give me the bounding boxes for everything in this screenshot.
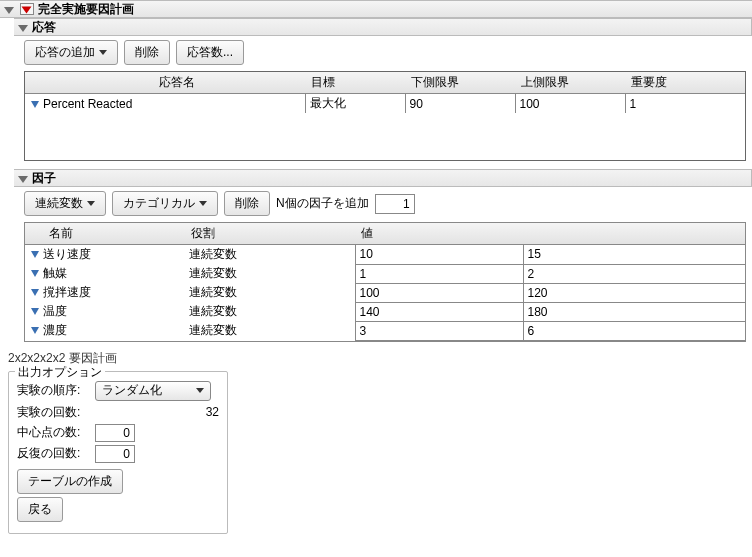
col-name[interactable]: 名前 [25, 223, 185, 245]
make-table-button[interactable]: テーブルの作成 [17, 469, 123, 494]
responses-table: 応答名 目標 下側限界 上側限界 重要度 Percent Reacted 最大化… [25, 72, 745, 113]
disclosure-icon[interactable] [18, 171, 32, 185]
factors-body: 連続変数 カテゴリカル 削除 N個の因子を追加 名前 役割 値 [14, 187, 752, 348]
delete-factor-button[interactable]: 削除 [224, 191, 270, 216]
row-disclosure-icon[interactable] [31, 308, 39, 315]
add-n-label: N個の因子を追加 [276, 195, 369, 212]
response-row[interactable]: Percent Reacted 最大化 90 100 1 [25, 94, 745, 114]
center-label: 中心点の数: [17, 424, 89, 441]
col-upper[interactable]: 上側限界 [515, 72, 625, 94]
factor-row[interactable]: 濃度 連続変数 3 6 [25, 321, 745, 340]
col-role[interactable]: 役割 [185, 223, 355, 245]
responses-title: 応答 [32, 19, 56, 36]
main-panel-header: 完全実施要因計画 [0, 0, 752, 18]
col-lower[interactable]: 下側限界 [405, 72, 515, 94]
factors-title: 因子 [32, 170, 56, 187]
add-response-button[interactable]: 応答の追加 [24, 40, 118, 65]
categorical-button[interactable]: カテゴリカル [112, 191, 218, 216]
responses-body: 応答の追加 削除 応答数... 応答名 目標 下側限界 上側限界 重要度 [14, 36, 752, 167]
col-values[interactable]: 値 [355, 223, 745, 245]
response-name-cell[interactable]: Percent Reacted [25, 94, 305, 114]
factors-table: 名前 役割 値 送り速度 連続変数 10 15 触媒 連続変数 1 2 [25, 223, 745, 341]
delete-response-button[interactable]: 削除 [124, 40, 170, 65]
factor-row[interactable]: 撹拌速度 連続変数 100 120 [25, 283, 745, 302]
nruns-label: 実験の回数: [17, 404, 88, 421]
dropdown-icon [196, 388, 204, 393]
continuous-button[interactable]: 連続変数 [24, 191, 106, 216]
response-upper-cell[interactable]: 100 [515, 94, 625, 114]
back-button[interactable]: 戻る [17, 497, 63, 522]
row-disclosure-icon[interactable] [31, 270, 39, 277]
response-lower-cell[interactable]: 90 [405, 94, 515, 114]
main-title: 完全実施要因計画 [38, 1, 134, 18]
disclosure-icon[interactable] [4, 2, 18, 16]
factors-toolbar: 連続変数 カテゴリカル 削除 N個の因子を追加 [24, 191, 746, 216]
response-count-button[interactable]: 応答数... [176, 40, 244, 65]
row-disclosure-icon[interactable] [31, 327, 39, 334]
run-order-label: 実験の順序: [17, 382, 89, 399]
add-n-input[interactable] [375, 194, 415, 214]
factors-table-wrap: 名前 役割 値 送り速度 連続変数 10 15 触媒 連続変数 1 2 [24, 222, 746, 342]
run-order-select[interactable]: ランダム化 [95, 381, 211, 401]
responses-header: 応答 [14, 18, 752, 36]
col-name[interactable]: 応答名 [25, 72, 305, 94]
col-importance[interactable]: 重要度 [625, 72, 745, 94]
factors-table-header-row: 名前 役割 値 [25, 223, 745, 245]
disclosure-icon[interactable] [18, 20, 32, 34]
nruns-value: 32 [94, 405, 219, 419]
row-disclosure-icon[interactable] [31, 101, 39, 108]
col-goal[interactable]: 目標 [305, 72, 405, 94]
output-options-legend: 出力オプション [15, 364, 105, 381]
dropdown-icon [87, 201, 95, 206]
factors-header: 因子 [14, 169, 752, 187]
responses-table-wrap: 応答名 目標 下側限界 上側限界 重要度 Percent Reacted 最大化… [24, 71, 746, 161]
response-goal-cell[interactable]: 最大化 [305, 94, 405, 114]
design-label: 2x2x2x2x2 要因計画 [0, 348, 752, 371]
output-options-group: 出力オプション 実験の順序: ランダム化 実験の回数: 32 中心点の数: 反復… [8, 371, 228, 534]
replicates-input[interactable] [95, 445, 135, 463]
center-points-input[interactable] [95, 424, 135, 442]
response-importance-cell[interactable]: 1 [625, 94, 745, 114]
dropdown-icon [99, 50, 107, 55]
responses-table-header-row: 応答名 目標 下側限界 上側限界 重要度 [25, 72, 745, 94]
factor-row[interactable]: 触媒 連続変数 1 2 [25, 264, 745, 283]
factor-row[interactable]: 送り速度 連続変数 10 15 [25, 245, 745, 265]
options-menu-icon[interactable] [20, 3, 34, 15]
factor-row[interactable]: 温度 連続変数 140 180 [25, 302, 745, 321]
row-disclosure-icon[interactable] [31, 251, 39, 258]
responses-toolbar: 応答の追加 削除 応答数... [24, 40, 746, 65]
dropdown-icon [199, 201, 207, 206]
reps-label: 反復の回数: [17, 445, 89, 462]
row-disclosure-icon[interactable] [31, 289, 39, 296]
